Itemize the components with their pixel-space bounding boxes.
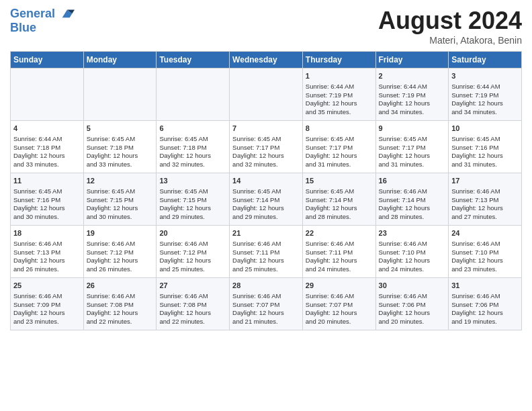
daylight-text: Daylight: 12 hours — [451, 99, 503, 107]
calendar-cell — [230, 68, 303, 121]
sunrise-text: Sunrise: 6:45 AM — [232, 187, 281, 195]
sunrise-text: Sunrise: 6:46 AM — [232, 292, 281, 300]
sunset-text: Sunset: 7:11 PM — [306, 248, 353, 256]
sunset-text: Sunset: 7:14 PM — [379, 196, 426, 203]
daylight-minutes-text: and 25 minutes. — [232, 265, 278, 273]
sunset-text: Sunset: 7:08 PM — [87, 301, 134, 308]
daylight-text: Daylight: 12 hours — [87, 309, 138, 316]
daylight-text: Daylight: 12 hours — [306, 257, 357, 264]
sunset-text: Sunset: 7:10 PM — [379, 248, 426, 256]
daylight-text: Daylight: 12 hours — [379, 99, 431, 107]
logo-icon — [60, 7, 75, 21]
sunset-text: Sunset: 7:12 PM — [87, 248, 134, 256]
weekday-header-sunday: Sunday — [11, 52, 84, 68]
sunrise-text: Sunrise: 6:46 AM — [379, 292, 427, 300]
sunset-text: Sunset: 7:18 PM — [159, 144, 206, 151]
sunrise-text: Sunrise: 6:45 AM — [13, 187, 62, 195]
daylight-minutes-text: and 30 minutes. — [13, 213, 59, 220]
calendar-cell: 1Sunrise: 6:44 AMSunset: 7:19 PMDaylight… — [302, 68, 375, 121]
day-number: 9 — [379, 124, 446, 134]
sunset-text: Sunset: 7:16 PM — [451, 144, 498, 151]
sunset-text: Sunset: 7:09 PM — [13, 301, 60, 308]
sunset-text: Sunset: 7:11 PM — [232, 248, 279, 256]
header: General Blue August 2024 Materi, Atakora… — [10, 7, 522, 46]
daylight-text: Daylight: 12 hours — [232, 257, 284, 264]
daylight-minutes-text: and 28 minutes. — [306, 213, 351, 220]
sunrise-text: Sunrise: 6:45 AM — [379, 135, 427, 142]
calendar-cell: 20Sunrise: 6:46 AMSunset: 7:12 PMDayligh… — [157, 226, 230, 278]
day-number: 10 — [451, 124, 519, 134]
daylight-minutes-text: and 30 minutes. — [87, 213, 132, 220]
daylight-minutes-text: and 19 minutes. — [451, 318, 497, 325]
daylight-text: Daylight: 12 hours — [159, 204, 211, 212]
daylight-minutes-text: and 29 minutes. — [232, 213, 278, 220]
sunset-text: Sunset: 7:17 PM — [379, 144, 426, 151]
day-number: 25 — [13, 281, 81, 291]
daylight-text: Daylight: 12 hours — [451, 257, 503, 264]
daylight-text: Daylight: 12 hours — [87, 204, 138, 212]
sunrise-text: Sunrise: 6:45 AM — [159, 135, 208, 142]
sunset-text: Sunset: 7:15 PM — [159, 196, 206, 203]
sunrise-text: Sunrise: 6:45 AM — [451, 135, 500, 142]
daylight-text: Daylight: 12 hours — [13, 152, 65, 159]
calendar-cell — [11, 68, 84, 121]
calendar-cell: 6Sunrise: 6:45 AMSunset: 7:18 PMDaylight… — [157, 121, 230, 173]
daylight-minutes-text: and 33 minutes. — [13, 161, 59, 168]
sunset-text: Sunset: 7:19 PM — [306, 91, 353, 99]
daylight-text: Daylight: 12 hours — [306, 99, 357, 107]
daylight-minutes-text: and 25 minutes. — [159, 265, 205, 273]
day-number: 29 — [306, 281, 373, 291]
daylight-text: Daylight: 12 hours — [13, 204, 65, 212]
sunset-text: Sunset: 7:17 PM — [306, 144, 353, 151]
day-number: 7 — [232, 124, 300, 134]
calendar-cell: 13Sunrise: 6:45 AMSunset: 7:15 PMDayligh… — [157, 173, 230, 226]
daylight-minutes-text: and 29 minutes. — [159, 213, 205, 220]
sunrise-text: Sunrise: 6:46 AM — [13, 240, 62, 247]
calendar-cell: 3Sunrise: 6:44 AMSunset: 7:19 PMDaylight… — [449, 68, 522, 121]
weekday-header-monday: Monday — [83, 52, 157, 68]
daylight-minutes-text: and 20 minutes. — [306, 318, 351, 325]
calendar-cell — [157, 68, 230, 121]
daylight-minutes-text: and 31 minutes. — [379, 161, 425, 168]
daylight-minutes-text: and 26 minutes. — [87, 265, 132, 273]
day-number: 19 — [87, 228, 154, 238]
logo-text: General — [10, 7, 75, 21]
daylight-minutes-text: and 31 minutes. — [306, 161, 351, 168]
daylight-minutes-text: and 24 minutes. — [306, 265, 351, 273]
calendar-cell: 4Sunrise: 6:44 AMSunset: 7:18 PMDaylight… — [11, 121, 84, 173]
daylight-text: Daylight: 12 hours — [159, 152, 211, 159]
calendar-cell: 22Sunrise: 6:46 AMSunset: 7:11 PMDayligh… — [302, 226, 375, 278]
daylight-text: Daylight: 12 hours — [379, 257, 431, 264]
day-number: 12 — [87, 176, 154, 186]
daylight-minutes-text: and 27 minutes. — [451, 213, 497, 220]
daylight-minutes-text: and 32 minutes. — [159, 161, 205, 168]
sunrise-text: Sunrise: 6:44 AM — [379, 83, 427, 90]
sunrise-text: Sunrise: 6:46 AM — [451, 240, 500, 247]
daylight-minutes-text: and 24 minutes. — [379, 265, 425, 273]
day-number: 6 — [159, 124, 226, 134]
sunset-text: Sunset: 7:17 PM — [232, 144, 279, 151]
sunrise-text: Sunrise: 6:46 AM — [159, 292, 208, 300]
weekday-header-saturday: Saturday — [449, 52, 522, 68]
weekday-header-wednesday: Wednesday — [230, 52, 303, 68]
day-number: 4 — [13, 124, 81, 134]
calendar-cell: 14Sunrise: 6:45 AMSunset: 7:14 PMDayligh… — [230, 173, 303, 226]
day-number: 26 — [87, 281, 154, 291]
sunset-text: Sunset: 7:14 PM — [232, 196, 279, 203]
daylight-text: Daylight: 12 hours — [87, 152, 138, 159]
sunrise-text: Sunrise: 6:46 AM — [451, 187, 500, 195]
day-number: 21 — [232, 228, 300, 238]
day-number: 14 — [232, 176, 300, 186]
daylight-text: Daylight: 12 hours — [306, 152, 357, 159]
calendar-cell: 12Sunrise: 6:45 AMSunset: 7:15 PMDayligh… — [83, 173, 157, 226]
daylight-minutes-text: and 28 minutes. — [379, 213, 425, 220]
daylight-text: Daylight: 12 hours — [87, 257, 138, 264]
sunrise-text: Sunrise: 6:45 AM — [159, 187, 208, 195]
calendar-subtitle: Materi, Atakora, Benin — [378, 35, 522, 46]
calendar-cell: 10Sunrise: 6:45 AMSunset: 7:16 PMDayligh… — [449, 121, 522, 173]
weekday-header-thursday: Thursday — [302, 52, 375, 68]
daylight-minutes-text: and 22 minutes. — [159, 318, 205, 325]
day-number: 3 — [451, 71, 519, 81]
day-number: 20 — [159, 228, 226, 238]
calendar-cell: 2Sunrise: 6:44 AMSunset: 7:19 PMDaylight… — [375, 68, 449, 121]
